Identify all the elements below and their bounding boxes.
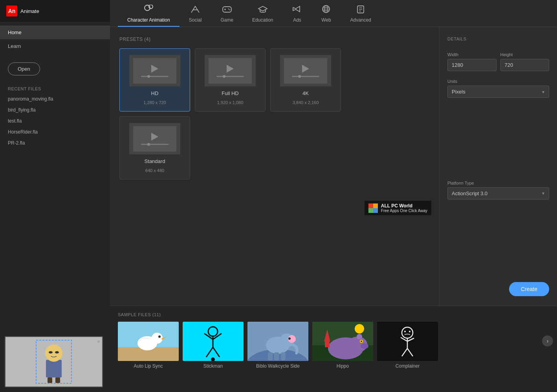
app-logo: An Animate (0, 0, 110, 22)
preset-4k-thumb (280, 55, 331, 86)
tab-social[interactable]: Social (180, 0, 211, 27)
svg-point-13 (229, 9, 230, 10)
preset-4k[interactable]: 4K 3,840 x 2,160 (270, 48, 341, 112)
units-label: Units (447, 79, 549, 84)
sample-name-2: Biblo Walkcycle Side (247, 363, 308, 369)
svg-point-33 (208, 327, 218, 336)
preset-standard-thumb-inner (133, 126, 176, 152)
samples-scroll-right-button[interactable]: › (542, 335, 553, 346)
svg-point-56 (355, 324, 364, 333)
tab-social-label: Social (189, 17, 202, 23)
platform-group: Platform Type ActionScript 3.0 HTML5 Can… (447, 181, 549, 275)
sidebar-nav: Home Learn (0, 22, 110, 56)
preset-standard[interactable]: Standard 640 x 480 (119, 116, 190, 180)
tab-game[interactable]: Game (211, 0, 243, 27)
open-button[interactable]: Open (8, 62, 40, 75)
units-select[interactable]: Pixels Centimeters Inches (447, 86, 549, 98)
watermark-text: ALL PC World Free Apps One Click Away (381, 203, 427, 213)
progress-standard (141, 144, 169, 145)
height-group: Height (500, 52, 550, 71)
preset-fullhd-name: Full HD (222, 90, 238, 96)
svg-point-30 (152, 333, 163, 344)
preset-4k-thumb-inner (284, 58, 327, 84)
svg-point-38 (211, 357, 215, 361)
preset-hd-size: 1,280 x 720 (143, 100, 166, 105)
width-input[interactable] (447, 59, 497, 71)
sample-name-1: Stickman (183, 363, 244, 369)
svg-rect-57 (325, 341, 330, 347)
svg-point-12 (228, 9, 229, 9)
tab-web[interactable]: Web (311, 0, 341, 27)
units-select-wrapper: Pixels Centimeters Inches ▼ (447, 86, 549, 98)
preset-fullhd-size: 1,920 x 1,080 (217, 100, 244, 105)
tab-education[interactable]: Education (243, 0, 282, 27)
recent-file-2[interactable]: test.fla (0, 115, 110, 126)
preset-4k-name: 4K (302, 90, 309, 96)
recent-files-title: RECENT FILES (0, 82, 110, 93)
education-icon (258, 5, 268, 15)
sample-thumb-1 (183, 322, 244, 361)
sample-hippo[interactable]: Hippo (312, 322, 373, 369)
play-icon-standard (151, 133, 158, 141)
sample-name-0: Auto Lip Sync (118, 363, 179, 369)
height-label: Height (500, 52, 550, 57)
svg-line-37 (213, 347, 220, 357)
play-icon-hd (151, 65, 158, 73)
svg-point-3 (55, 351, 59, 354)
width-group: Width (447, 52, 497, 71)
sidebar-item-learn[interactable]: Learn (0, 39, 110, 53)
platform-select[interactable]: ActionScript 3.0 HTML5 Canvas WebGL (447, 187, 549, 200)
svg-point-66 (409, 331, 410, 332)
tab-advanced[interactable]: Advanced (341, 0, 380, 27)
progress-fullhd (216, 76, 244, 77)
preset-standard-thumb (129, 123, 180, 154)
sidebar-item-home[interactable]: Home (0, 26, 110, 39)
preset-fullhd-thumb-inner (209, 58, 252, 84)
svg-rect-5 (55, 377, 60, 383)
samples-row: Auto Lip Sync (118, 322, 549, 369)
tab-ads[interactable]: Ads (282, 0, 311, 27)
recent-file-4[interactable]: PR-2.fla (0, 137, 110, 148)
sample-thumb-4 (377, 322, 438, 361)
sample-complainer[interactable]: Complainer (377, 322, 438, 369)
preset-4k-size: 3,840 x 2,160 (293, 100, 319, 105)
sample-thumb-0 (118, 322, 179, 361)
preset-hd-thumb (129, 55, 180, 86)
main-content: Character Animation Social (110, 0, 557, 392)
tab-character-animation[interactable]: Character Animation (118, 0, 180, 27)
watermark-logo-icon (368, 203, 378, 213)
tab-character-animation-label: Character Animation (127, 17, 170, 23)
sample-thumb-3 (312, 322, 373, 361)
sample-biblo[interactable]: Biblo Walkcycle Side (247, 322, 308, 369)
svg-rect-4 (48, 377, 52, 383)
play-icon-fullhd (227, 65, 234, 73)
sample-name-3: Hippo (312, 363, 373, 369)
svg-rect-46 (274, 352, 279, 360)
recent-file-3[interactable]: HorseRider.fla (0, 126, 110, 137)
content-area: PRESETS (4) HD 1,280 x 720 (110, 27, 557, 306)
top-tabs: Character Animation Social (110, 0, 557, 27)
details-panel: DETAILS Width Height Units Pixels Centim… (439, 27, 557, 306)
preset-fullhd[interactable]: Full HD 1,920 x 1,080 (195, 48, 266, 112)
presets-title: PRESETS (4) (119, 37, 430, 42)
sample-thumb-2 (247, 322, 308, 361)
dimensions-row: Width Height (447, 52, 549, 71)
create-button[interactable]: Create (509, 282, 549, 296)
progress-4k (292, 76, 319, 77)
preset-hd[interactable]: HD 1,280 x 720 (119, 48, 190, 112)
preset-hd-thumb-inner (133, 58, 176, 84)
platform-label: Platform Type (447, 181, 549, 185)
sample-name-4: Complainer (377, 363, 438, 369)
sample-stickman[interactable]: Stickman (183, 322, 244, 369)
social-icon (191, 5, 200, 15)
units-group: Units Pixels Centimeters Inches ▼ (447, 79, 549, 173)
height-input[interactable] (500, 59, 550, 71)
recent-file-1[interactable]: bird_flying.fla (0, 104, 110, 115)
preset-fullhd-thumb (205, 55, 256, 86)
recent-file-0[interactable]: panoroma_moving.fla (0, 93, 110, 104)
svg-point-55 (361, 343, 368, 349)
platform-select-wrapper: ActionScript 3.0 HTML5 Canvas WebGL ▼ (447, 187, 549, 200)
svg-point-65 (404, 331, 406, 332)
app-name: Animate (20, 8, 39, 14)
sample-auto-lip-sync[interactable]: Auto Lip Sync (118, 322, 179, 369)
